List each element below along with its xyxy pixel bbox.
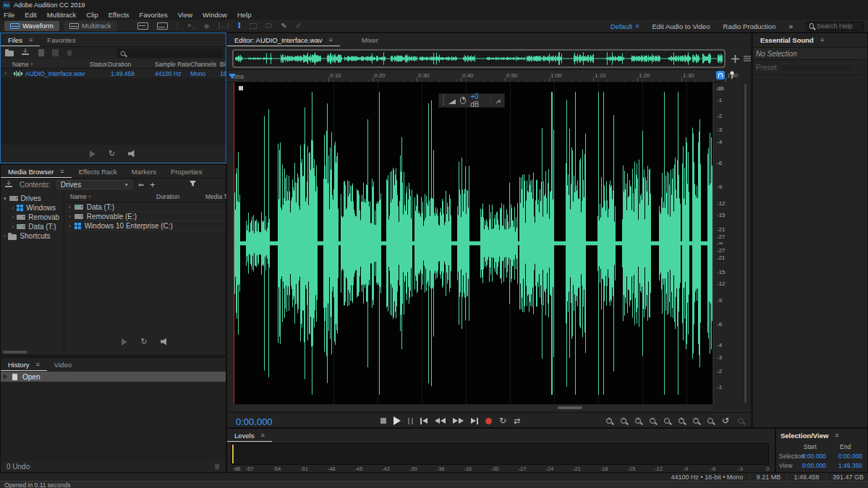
slip-tool-icon[interactable]: |↔|	[218, 22, 229, 30]
media-filter-icon[interactable]	[190, 181, 197, 189]
preset-dropdown[interactable]	[781, 64, 854, 72]
tree-item-windows[interactable]: ›Windows	[1, 203, 64, 213]
column-header-duration[interactable]: Duration	[108, 61, 131, 68]
move-tool-icon[interactable]: ⯈₊	[187, 22, 195, 30]
delete-file-icon[interactable]	[67, 50, 72, 56]
tab-levels[interactable]: Levels≡	[227, 429, 272, 442]
waveform-view-button[interactable]: Waveform	[4, 21, 59, 31]
horizontal-zoom-scrollbar[interactable]	[234, 406, 712, 411]
rewind-button[interactable]	[435, 418, 446, 424]
workspace-radio-production[interactable]: Radio Production	[723, 22, 776, 30]
zoom-in-button[interactable]: +	[606, 417, 612, 425]
selview-start-value[interactable]: 0:00.000	[802, 453, 826, 460]
column-header-name[interactable]: Name↑	[12, 61, 33, 68]
contents-dropdown[interactable]: Drives▾	[56, 180, 132, 189]
media-play-icon[interactable]	[122, 338, 127, 346]
save-file-icon[interactable]	[52, 49, 59, 56]
files-column-headers[interactable]: Name↑StatusDurationSample RateChannelsBi	[1, 59, 226, 69]
tree-chevron-icon[interactable]: ›	[12, 205, 14, 210]
hud-pin-icon[interactable]	[496, 97, 501, 104]
tab-editor[interactable]: Editor: AUDIO_Interface.wav≡	[227, 33, 340, 46]
media-column-duration[interactable]: Duration	[156, 193, 179, 200]
row-expand-chevron[interactable]: ›	[69, 223, 71, 229]
zoom-in-full-button[interactable]: +	[635, 417, 641, 425]
media-drives-list[interactable]: Name↑DurationMedia Ty›Data (T:)›Removabl…	[65, 191, 226, 354]
column-header-channels[interactable]: Channels	[190, 61, 216, 68]
overview-waveform-canvas[interactable]	[235, 51, 723, 66]
media-add-icon[interactable]: +	[150, 180, 155, 190]
selview-start-value[interactable]: 0:00.000	[802, 462, 826, 469]
panel-menu-icon[interactable]: ≡	[260, 432, 264, 439]
menu-multitrack[interactable]: Multitrack	[47, 11, 77, 19]
search-help-box[interactable]	[806, 22, 864, 31]
tree-chevron-icon[interactable]: ▾	[4, 196, 7, 202]
headphones-monitor-icon[interactable]	[716, 71, 725, 80]
skip-to-start-button[interactable]	[420, 418, 427, 424]
tab-files[interactable]: Files≡	[1, 33, 40, 46]
files-list-empty-area[interactable]	[1, 78, 226, 145]
media-tree-scrollbar[interactable]	[3, 351, 27, 354]
selview-end-value[interactable]: 0:00.000	[838, 453, 862, 460]
menu-effects[interactable]: Effects	[109, 11, 129, 19]
row-expand-chevron[interactable]: ›	[4, 70, 7, 77]
time-selection-tool-icon[interactable]: I	[238, 20, 242, 31]
zoom-out-full-button[interactable]: −	[650, 417, 655, 425]
open-file-icon[interactable]	[5, 51, 14, 56]
media-import-icon[interactable]	[5, 181, 14, 189]
hud-knob-icon[interactable]	[460, 97, 466, 104]
tab-effects-rack[interactable]: Effects Rack	[72, 165, 124, 178]
tree-chevron-icon[interactable]: ›	[12, 215, 14, 220]
tab-selection-view[interactable]: Selection/View ≡	[776, 429, 843, 442]
tab-history[interactable]: History≡	[1, 358, 47, 371]
waveform-display-area[interactable]: +0 dB |	[234, 82, 712, 404]
stop-button[interactable]	[380, 418, 386, 424]
tab-favorites[interactable]: Favorites	[40, 33, 82, 46]
menu-file[interactable]: File	[4, 11, 14, 19]
waveform-display-icon[interactable]	[137, 22, 148, 30]
panel-menu-icon[interactable]: ≡	[36, 361, 40, 368]
media-drives-tree[interactable]: ▾Drives›Windows›Removab›Data (T:)›Shortc…	[1, 191, 64, 354]
panel-menu-icon[interactable]: ≡	[835, 432, 838, 439]
row-expand-chevron[interactable]: ›	[69, 204, 71, 210]
zoom-reset-button[interactable]	[664, 417, 670, 425]
tree-item-drives[interactable]: ▾Drives	[1, 194, 64, 203]
hud-grip-icon[interactable]	[443, 95, 444, 106]
timeline-ruler[interactable]: hms 0:100:200:300:400:501:001:101:201:30…	[227, 69, 719, 82]
column-header-sample-rate[interactable]: Sample Rate	[155, 61, 190, 68]
main-waveform-canvas[interactable]	[234, 82, 712, 404]
files-autoplay-icon[interactable]	[128, 150, 137, 158]
vertical-zoom-scrollbar[interactable]	[743, 82, 748, 404]
tree-chevron-icon[interactable]: ›	[12, 224, 14, 229]
media-row-removable-e-[interactable]: ›Removable (E:)	[65, 212, 226, 221]
spectral-display-icon[interactable]	[157, 22, 168, 30]
overview-menu-icon[interactable]	[744, 56, 751, 64]
tab-markers[interactable]: Markers	[124, 165, 163, 178]
zoom-selection-button[interactable]	[707, 417, 713, 425]
zoom-out-button[interactable]: −	[621, 417, 626, 425]
healing-brush-tool-icon[interactable]: ✐	[296, 22, 302, 30]
fast-forward-button[interactable]	[453, 418, 464, 424]
panel-menu-icon[interactable]: ≡	[29, 36, 33, 43]
tab-media-browser[interactable]: Media Browser≡	[1, 165, 72, 178]
menu-window[interactable]: Window	[203, 11, 227, 19]
hud-grip-square[interactable]	[239, 86, 243, 90]
play-button[interactable]	[393, 416, 401, 425]
lasso-selection-tool-icon[interactable]	[265, 23, 272, 28]
waveform-overview-strip[interactable]	[232, 49, 726, 68]
panel-menu-icon[interactable]: ≡	[820, 36, 824, 43]
loop-playback-button[interactable]: ↻	[499, 416, 506, 426]
panel-menu-icon[interactable]: ≡	[60, 168, 64, 175]
razor-tool-icon[interactable]: ◆	[204, 22, 210, 30]
overview-pan-icon[interactable]	[731, 55, 739, 63]
zoom-time-button[interactable]: ↺	[722, 416, 729, 426]
media-loop-icon[interactable]: ↻	[140, 337, 147, 346]
time-display[interactable]: 0:00.000	[236, 416, 273, 427]
history-entry-open[interactable]: Open	[1, 372, 226, 382]
column-header-status[interactable]: Status	[90, 61, 107, 68]
workspace-default[interactable]: Default≡	[610, 22, 639, 30]
tab-mixer[interactable]: Mixer	[354, 33, 386, 46]
panel-menu-icon[interactable]: ≡	[328, 36, 332, 43]
tree-item-shortcuts[interactable]: ›Shortcuts	[1, 231, 64, 241]
selview-end-value[interactable]: 1:49.350	[838, 462, 862, 469]
column-header-bi[interactable]: Bi	[220, 61, 226, 68]
